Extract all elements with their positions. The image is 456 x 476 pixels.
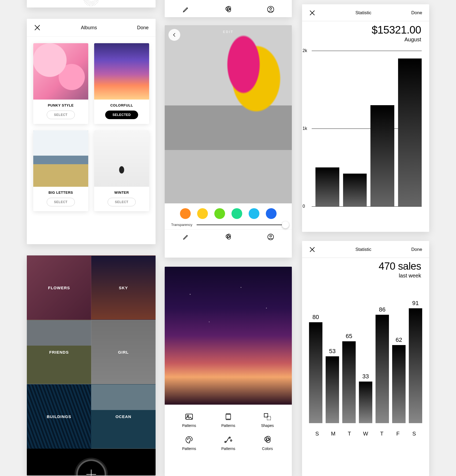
svg-point-19 [190, 439, 191, 440]
axis-label: 2k [303, 48, 307, 53]
chart-bar [342, 341, 356, 423]
album-thumb [33, 130, 88, 187]
revenue-chart: 01k2k [312, 51, 422, 206]
color-swatch[interactable] [231, 208, 242, 219]
category-girl[interactable]: GIRL [91, 320, 156, 384]
venn-icon[interactable] [224, 233, 232, 241]
tool-image[interactable]: Patterns [170, 412, 209, 428]
category-friends[interactable]: FRIENDS [27, 320, 91, 384]
bar-value: 62 [396, 336, 402, 343]
albums-grid: PUNKY STYLESELECTCOLORFULLSELECTEDBIG LE… [27, 37, 156, 218]
dotted-circle-graphic [83, 0, 99, 6]
stat-title: Statistic [355, 247, 372, 252]
tool-palette[interactable]: Patterns [170, 435, 209, 451]
axis-label: 0 [303, 204, 305, 209]
axis-tick: T [374, 431, 390, 437]
tool-grid: PatternsPatternsShapesPatternsPatternsCo… [165, 405, 292, 451]
chart-column: 33 [359, 373, 372, 423]
done-button[interactable]: Done [137, 25, 149, 31]
pencil-icon[interactable] [182, 233, 190, 241]
svg-point-18 [189, 438, 190, 438]
pencil-icon[interactable] [182, 5, 190, 13]
color-swatch[interactable] [197, 208, 208, 219]
chart-column: 53 [326, 348, 339, 423]
category-flowers[interactable]: FLOWERS [27, 255, 91, 320]
close-icon[interactable] [309, 10, 315, 16]
tool-venn[interactable]: Colors [248, 435, 287, 451]
album-thumb [33, 43, 88, 100]
chart-column: 80 [309, 314, 322, 423]
sales-chart: 80536533866291 [309, 288, 422, 423]
profile-icon[interactable] [267, 5, 275, 13]
sky-photo [165, 267, 292, 405]
color-swatch[interactable] [214, 208, 225, 219]
svg-point-11 [187, 415, 189, 417]
shapes-icon [248, 412, 287, 422]
stat-header: Statistic Done [302, 241, 429, 258]
editor-photo: EDIT [165, 25, 292, 203]
palette-icon [170, 435, 209, 445]
category-label: FLOWERS [48, 285, 70, 290]
sales-period: last week [302, 272, 429, 279]
albums-title: Albums [81, 25, 97, 31]
stat-title: Statistic [355, 10, 372, 16]
chart-bar [376, 315, 389, 423]
sales-value: 470 sales [302, 258, 429, 272]
category-label: BUILDINGS [47, 414, 71, 419]
top-stub [27, 0, 156, 8]
tool-label: Patterns [209, 446, 248, 451]
close-icon[interactable] [309, 246, 315, 253]
tool-square[interactable]: Patterns [209, 412, 248, 428]
sales-stat-screen: Statistic Done 470 sales last week 80536… [302, 241, 429, 476]
album-card[interactable]: BIG LETTERSSELECT [33, 130, 88, 211]
tools-screen: PatternsPatternsShapesPatternsPatternsCo… [165, 267, 292, 476]
album-card[interactable]: PUNKY STYLESELECT [33, 43, 88, 124]
done-button[interactable]: Done [411, 10, 422, 16]
transparency-slider[interactable] [197, 225, 285, 225]
slider-knob[interactable] [282, 221, 289, 228]
axis-tick: S [309, 431, 325, 437]
color-editor-screen: EDIT Transparency [165, 25, 292, 258]
select-pill[interactable]: SELECT [47, 198, 75, 206]
color-swatch[interactable] [266, 208, 277, 219]
tool-curve[interactable]: Patterns [209, 435, 248, 451]
tool-shapes[interactable]: Shapes [248, 412, 287, 428]
album-name: COLORFULL [97, 103, 146, 107]
chart-bar [398, 58, 422, 206]
svg-point-21 [229, 437, 230, 438]
bar-value: 53 [329, 348, 336, 355]
revenue-stat-screen: Statistic Done $15321.00 August 01k2k [302, 4, 429, 232]
done-button[interactable]: Done [411, 247, 422, 252]
close-icon[interactable] [34, 24, 41, 31]
image-icon [170, 412, 209, 422]
svg-point-22 [230, 440, 232, 441]
revenue-period: August [302, 36, 429, 43]
chart-bar [315, 167, 339, 206]
album-thumb [94, 43, 149, 100]
chart-column: 62 [392, 336, 406, 423]
bar-value: 91 [412, 300, 419, 307]
chart-bar [309, 322, 322, 423]
category-sky[interactable]: SKY [91, 255, 156, 320]
category-buildings[interactable]: BUILDINGS [27, 384, 91, 449]
profile-icon[interactable] [267, 233, 275, 241]
bar-value: 65 [346, 333, 352, 340]
select-pill[interactable]: SELECT [108, 198, 135, 206]
venn-icon[interactable] [224, 5, 232, 13]
tool-label: Patterns [209, 423, 248, 428]
select-pill[interactable]: SELECT [47, 111, 75, 119]
selected-pill[interactable]: SELECTED [105, 111, 138, 119]
back-button[interactable] [168, 29, 180, 41]
transparency-row: Transparency [165, 222, 292, 229]
bar-value: 33 [362, 373, 369, 380]
color-swatch[interactable] [249, 208, 259, 219]
album-card[interactable]: WINTERSELECT [94, 130, 149, 211]
category-ocean[interactable]: OCEAN [91, 384, 156, 449]
stat-header: Statistic Done [302, 4, 429, 21]
album-card[interactable]: COLORFULLSELECTED [94, 43, 149, 124]
album-name: PUNKY STYLE [36, 103, 86, 107]
venn-icon [248, 435, 287, 445]
albums-screen: Albums Done PUNKY STYLESELECTCOLORFULLSE… [27, 19, 156, 244]
gridline [312, 206, 422, 207]
color-swatch[interactable] [180, 208, 191, 219]
